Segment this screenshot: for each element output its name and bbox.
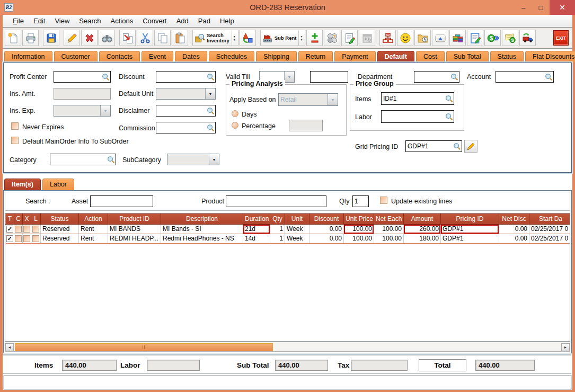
cell-net-each[interactable]: 100.00 <box>374 234 404 243</box>
search-icon[interactable] <box>207 107 215 115</box>
cell-unit-price[interactable]: 100.00 <box>344 234 374 243</box>
profit-center-field[interactable] <box>54 71 111 83</box>
cell-discount[interactable]: 0.00 <box>309 234 344 243</box>
col-qty[interactable]: Qty <box>270 213 285 224</box>
tab-return[interactable]: Return <box>298 51 333 63</box>
minimize-button[interactable]: – <box>515 0 532 15</box>
cell-unit[interactable]: Week <box>285 234 309 243</box>
cell-start-date[interactable]: 02/25/2017 0 <box>529 224 571 234</box>
col-unit[interactable]: Unit <box>285 213 309 224</box>
cell-start-date[interactable]: 02/25/2017 0 <box>529 234 571 243</box>
paste-button[interactable] <box>172 30 188 46</box>
cell-qty[interactable]: 1 <box>270 224 285 234</box>
default-unit-combo[interactable]: ▼ <box>156 88 216 100</box>
scrollbar-track[interactable] <box>14 343 561 351</box>
search-icon[interactable] <box>545 73 553 81</box>
history-folder-button[interactable] <box>414 30 431 46</box>
cell-unit-price[interactable]: 100.00 <box>344 224 374 234</box>
tab-event[interactable]: Event <box>141 51 173 63</box>
update-existing-lines-checkbox[interactable] <box>380 197 387 204</box>
cell-action[interactable]: Rent <box>79 234 108 243</box>
dropdown-arrow-icon[interactable]: ▼ <box>205 88 215 99</box>
search-icon[interactable] <box>102 73 110 81</box>
add-remove-button[interactable] <box>306 30 323 46</box>
find-button[interactable] <box>99 30 115 46</box>
x-checkbox[interactable] <box>23 235 30 242</box>
cell-pricing-id[interactable]: GDP#1 <box>441 224 499 234</box>
tab-subtotal[interactable]: Sub Total <box>446 51 489 63</box>
scrollbar-thumb[interactable] <box>15 343 273 351</box>
grid-pricing-edit-button[interactable] <box>464 140 477 153</box>
asset-search-field[interactable] <box>90 195 153 207</box>
col-net-each[interactable]: Net Each <box>374 213 404 224</box>
search-icon[interactable] <box>450 73 458 81</box>
sub-rent-dropdown[interactable]: ▼▼ <box>298 30 304 46</box>
t-checkbox[interactable]: ✓ <box>6 235 13 242</box>
tab-payment[interactable]: Payment <box>334 51 375 63</box>
cell-status[interactable]: Reserved <box>41 224 79 234</box>
search-icon[interactable] <box>445 95 453 103</box>
price-group-items-field[interactable] <box>381 92 454 105</box>
print-button[interactable] <box>22 30 39 46</box>
col-discount[interactable]: Discount <box>309 213 344 224</box>
reports-button[interactable] <box>449 30 466 46</box>
default-mainorder-checkbox[interactable] <box>11 137 19 144</box>
shipping-truck-button[interactable] <box>519 30 536 46</box>
cell-amount[interactable]: 260.00 <box>404 224 441 234</box>
col-x[interactable]: X <box>23 213 31 224</box>
cell-action[interactable]: Rent <box>79 224 108 234</box>
menu-file[interactable]: File <box>8 16 29 26</box>
col-status[interactable]: Status <box>41 213 79 224</box>
cell-product-id[interactable]: MI BANDS <box>108 224 161 234</box>
org-chart-button[interactable] <box>379 30 396 46</box>
account-field[interactable] <box>496 71 554 83</box>
cell-description[interactable]: MI Bands - SI <box>161 224 243 234</box>
tab-schedules[interactable]: Schedules <box>209 51 254 63</box>
table-row[interactable]: ✓ Reserved Rent MI BANDS MI Bands - SI 2… <box>6 224 571 234</box>
tab-cost[interactable]: Cost <box>416 51 445 63</box>
col-amount[interactable]: Amount <box>404 213 441 224</box>
tab-items[interactable]: Item(s) <box>4 179 41 190</box>
scroll-left-button[interactable]: ◄ <box>5 343 14 351</box>
search-icon[interactable] <box>453 142 461 150</box>
tab-default[interactable]: Default <box>377 51 414 63</box>
sub-rent-button[interactable]: Sub Rent ▼▼ <box>260 30 306 46</box>
cell-pricing-id[interactable]: GDP#1 <box>441 234 499 243</box>
menu-convert[interactable]: Convert <box>138 16 172 26</box>
maximize-button[interactable]: □ <box>532 0 550 15</box>
copy-button[interactable] <box>154 30 171 46</box>
search-icon[interactable] <box>445 113 453 121</box>
search-icon[interactable] <box>207 124 215 132</box>
commission-field[interactable] <box>156 122 216 133</box>
customer-button[interactable] <box>397 30 413 46</box>
col-unit-price[interactable]: Unit Price <box>344 213 374 224</box>
cell-duration[interactable]: 14d <box>243 234 270 243</box>
cell-qty[interactable]: 1 <box>270 234 285 243</box>
menu-pad[interactable]: Pad <box>193 16 215 26</box>
valid-till-date-field[interactable] <box>310 71 348 83</box>
menu-help[interactable]: Help <box>215 16 239 26</box>
c-checkbox[interactable] <box>15 226 22 233</box>
qty-field[interactable] <box>352 195 369 207</box>
search-icon[interactable] <box>107 156 115 164</box>
col-l[interactable]: L <box>31 213 41 224</box>
table-row[interactable]: ✓ Reserved Rent REDMI HEADP... Redmi Hea… <box>6 234 571 243</box>
delete-button[interactable] <box>81 30 98 46</box>
cell-net-each[interactable]: 100.00 <box>374 224 404 234</box>
col-pricing-id[interactable]: Pricing ID <box>441 213 499 224</box>
exit-button[interactable]: EXIT <box>553 30 569 46</box>
group-query-button[interactable]: ? <box>324 30 340 46</box>
l-checkbox[interactable] <box>32 235 39 242</box>
col-duration[interactable]: Duration <box>243 213 270 224</box>
search-icon[interactable] <box>207 73 215 81</box>
price-group-labor-field[interactable] <box>381 110 454 123</box>
tab-customer[interactable]: Customer <box>54 51 98 63</box>
cell-unit[interactable]: Week <box>285 224 309 234</box>
x-checkbox[interactable] <box>23 226 30 233</box>
search-inventory-button[interactable]: SearchInventory ▼▼ <box>192 30 238 46</box>
shortcut-key-button[interactable] <box>432 30 448 46</box>
3d-shapes-button[interactable] <box>240 30 256 46</box>
scroll-right-button[interactable]: ► <box>561 343 570 351</box>
edit-document-button[interactable] <box>467 30 483 46</box>
save-button[interactable] <box>43 30 59 46</box>
